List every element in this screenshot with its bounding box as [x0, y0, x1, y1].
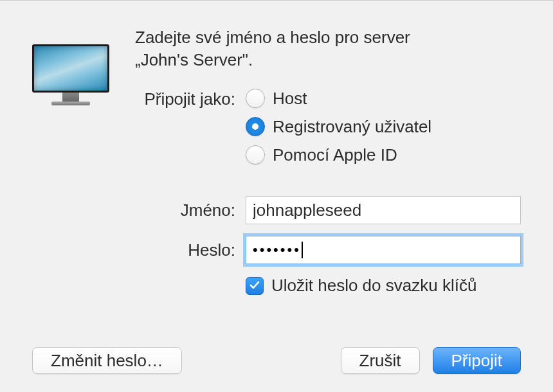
cancel-button[interactable]: Zrušit [341, 347, 420, 374]
radio-guest-label: Host [273, 89, 307, 109]
radio-apple-id[interactable] [246, 145, 265, 165]
name-label: Jméno: [135, 200, 246, 220]
radio-apple-id-label: Pomocí Apple ID [273, 145, 397, 165]
dialog-heading: Zadejte své jméno a heslo pro server „Jo… [135, 26, 521, 71]
radio-group: Host Registrovaný uživatel Pomocí Apple … [246, 88, 521, 173]
name-input[interactable] [246, 196, 521, 224]
radio-option-registered[interactable]: Registrovaný uživatel [246, 116, 521, 137]
password-label: Heslo: [135, 240, 246, 260]
dialog-content: Zadejte své jméno a heslo pro server „Jo… [0, 1, 553, 315]
radio-option-apple-id[interactable]: Pomocí Apple ID [246, 145, 521, 165]
change-password-button[interactable]: Změnit heslo… [32, 347, 182, 374]
icon-column [32, 26, 116, 296]
remember-checkbox[interactable] [246, 277, 264, 295]
password-input[interactable]: ••••••• [246, 236, 521, 264]
remember-label: Uložit heslo do svazku klíčů [271, 276, 476, 296]
button-row: Změnit heslo… Zrušit Připojit [32, 347, 521, 374]
top-section: Zadejte své jméno a heslo pro server „Jo… [32, 26, 521, 296]
connect-as-label: Připojit jako: [135, 88, 246, 109]
checkmark-icon [248, 279, 261, 292]
monitor-icon [32, 44, 109, 105]
text-cursor [302, 242, 303, 258]
radio-guest[interactable] [246, 89, 265, 108]
connect-as-row: Připojit jako: Host Registrovaný uživate… [135, 88, 521, 173]
remember-row[interactable]: Uložit heslo do svazku klíčů [246, 276, 521, 296]
radio-option-guest[interactable]: Host [246, 88, 521, 109]
password-row: Heslo: ••••••• [135, 236, 521, 264]
connect-button[interactable]: Připojit [433, 347, 521, 374]
credentials-section: Jméno: Heslo: ••••••• [135, 196, 521, 296]
form-column: Zadejte své jméno a heslo pro server „Jo… [135, 26, 521, 296]
name-row: Jméno: [135, 196, 521, 224]
heading-line-1: Zadejte své jméno a heslo pro server [135, 28, 410, 47]
server-login-dialog: Zadejte své jméno a heslo pro server „Jo… [0, 0, 553, 392]
password-mask: ••••••• [253, 243, 301, 257]
radio-registered[interactable] [246, 117, 265, 136]
radio-registered-label: Registrovaný uživatel [273, 117, 431, 137]
heading-line-2: „John's Server". [135, 50, 253, 69]
